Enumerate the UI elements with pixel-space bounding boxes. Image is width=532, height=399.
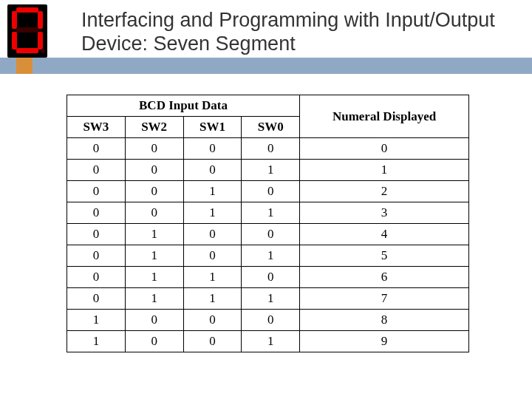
table-row: 00102: [67, 181, 469, 202]
table-cell: 1: [242, 245, 300, 267]
table-header-numeral: Numeral Displayed: [300, 95, 469, 138]
table-cell: 0: [125, 160, 183, 181]
table-cell-numeral: 7: [300, 288, 469, 310]
table-cell: 0: [242, 181, 300, 202]
table-header-sw2: SW2: [125, 117, 183, 138]
table-cell: 1: [125, 224, 183, 245]
table-cell: 0: [242, 224, 300, 245]
table-row: 01117: [67, 288, 469, 310]
table-cell: 1: [183, 288, 242, 310]
table-cell: 1: [125, 267, 183, 288]
table-row: 00011: [67, 160, 469, 181]
table-cell-numeral: 3: [300, 202, 469, 224]
table-cell: 0: [67, 202, 126, 224]
table-cell: 1: [242, 202, 300, 224]
table-cell: 1: [67, 310, 126, 331]
table-cell: 0: [183, 138, 242, 160]
table-cell: 0: [67, 245, 126, 267]
table-cell-numeral: 5: [300, 245, 469, 267]
table-cell: 1: [67, 331, 126, 352]
table-cell-numeral: 8: [300, 310, 469, 331]
table-row: 00113: [67, 202, 469, 224]
table-cell: 1: [242, 331, 300, 352]
table-cell: 0: [183, 160, 242, 181]
accent-square: [16, 58, 33, 74]
table-cell: 1: [242, 288, 300, 310]
seven-segment-icon: [7, 4, 47, 58]
table-cell: 0: [67, 181, 126, 202]
table-cell: 1: [183, 202, 242, 224]
table-cell: 0: [183, 245, 242, 267]
table-cell: 0: [125, 202, 183, 224]
table-header-sw1: SW1: [183, 117, 242, 138]
table-cell: 0: [183, 331, 242, 352]
table-super-header: BCD Input Data: [67, 95, 300, 117]
table-cell: 0: [183, 224, 242, 245]
table-row: 10019: [67, 331, 469, 352]
table-cell: 0: [67, 288, 126, 310]
table-cell: 1: [125, 288, 183, 310]
table-cell-numeral: 4: [300, 224, 469, 245]
table-cell: 0: [67, 160, 126, 181]
table-cell: 0: [67, 138, 126, 160]
table-cell: 0: [242, 267, 300, 288]
table-row: 10008: [67, 310, 469, 331]
table-cell: 1: [183, 181, 242, 202]
table-row: 01106: [67, 267, 469, 288]
table-row: 01004: [67, 224, 469, 245]
table-cell-numeral: 0: [300, 138, 469, 160]
table-cell: 0: [242, 310, 300, 331]
table-cell: 0: [67, 224, 126, 245]
header-stripe: [0, 58, 532, 74]
table-header-sw0: SW0: [242, 117, 300, 138]
table-cell: 0: [125, 181, 183, 202]
table-cell: 0: [183, 310, 242, 331]
table-row: 00000: [67, 138, 469, 160]
table-header-sw3: SW3: [67, 117, 126, 138]
table-cell: 0: [125, 310, 183, 331]
table-cell-numeral: 6: [300, 267, 469, 288]
table-cell-numeral: 2: [300, 181, 469, 202]
table-cell: 0: [67, 267, 126, 288]
table-cell-numeral: 9: [300, 331, 469, 352]
table-row: 01015: [67, 245, 469, 267]
page-title: Interfacing and Programming with Input/O…: [81, 9, 495, 56]
table-cell: 0: [242, 138, 300, 160]
table-cell: 0: [125, 138, 183, 160]
table-cell: 0: [125, 331, 183, 352]
table-cell-numeral: 1: [300, 160, 469, 181]
table-cell: 1: [183, 267, 242, 288]
table-cell: 1: [125, 245, 183, 267]
table-cell: 1: [242, 160, 300, 181]
bcd-table: BCD Input Data Numeral Displayed SW3 SW2…: [66, 95, 469, 352]
